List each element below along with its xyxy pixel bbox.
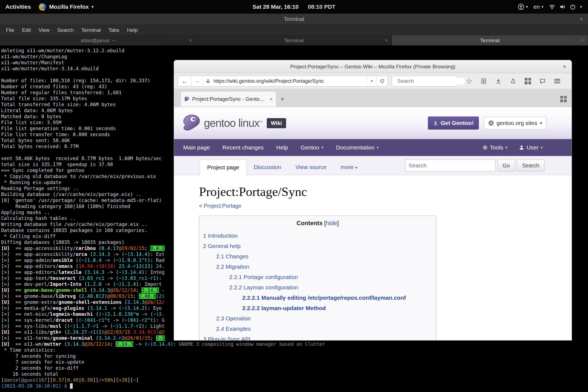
menu-help[interactable]: Help: [127, 27, 137, 33]
chat-icon[interactable]: [537, 76, 548, 87]
toc-link[interactable]: 2.2.2.1 Manually editing /etc/portage/re…: [242, 295, 406, 301]
toc-hide-link[interactable]: hide: [326, 220, 337, 226]
back-button[interactable]: ←: [178, 76, 192, 86]
bookmarks-menu-icon[interactable]: [478, 76, 489, 87]
toc-link[interactable]: 2.1 Changes: [216, 253, 249, 259]
page-title: Project:Portage/Sync: [199, 184, 572, 199]
terminal-tab-label: Terminal: [284, 38, 304, 44]
toc-item: 2.4 Examples: [199, 324, 436, 334]
gentoo-sites-button[interactable]: gentoo.org sites ▾: [484, 117, 547, 129]
apps-grid-icon[interactable]: [522, 76, 533, 87]
clock[interactable]: Sat 28 Mar, 16:10 08:10 PDT: [253, 4, 336, 10]
menu-edit[interactable]: Edit: [22, 27, 31, 33]
user-icon: [519, 145, 524, 150]
toc-item: 2.2.2 Layman configuration: [199, 282, 436, 293]
terminal-menubar: File Edit View Search Terminal Tabs Help: [0, 25, 588, 35]
terminal-line: * Time statistics:: [1, 347, 588, 353]
toc-link[interactable]: 2.3 Operation: [216, 315, 251, 321]
tab-view-source[interactable]: View source: [288, 160, 333, 175]
url-dropdown-icon[interactable]: ▾: [367, 76, 376, 86]
nav-main-page[interactable]: Main page: [183, 144, 210, 151]
firefox-tabstrip: Project:Portage/Sync - Gentoo ... × +: [174, 89, 572, 107]
chevron-down-icon: ▾: [541, 4, 544, 9]
go-button[interactable]: Go: [497, 160, 515, 171]
close-icon[interactable]: ×: [581, 37, 584, 44]
keyboard-layout-menu[interactable]: en ▾: [534, 4, 544, 10]
tab-discussion[interactable]: Discussion: [247, 160, 289, 175]
lock-icon: [203, 76, 213, 86]
firefox-icon: [39, 3, 46, 11]
nav-help[interactable]: Help: [276, 144, 288, 151]
close-icon[interactable]: ×: [563, 63, 566, 70]
nav-tools[interactable]: Tools▾: [482, 144, 508, 151]
breadcrumb: < Project:Portage: [199, 203, 572, 209]
nav-documentation[interactable]: Documentation▾: [336, 144, 379, 151]
menu-view[interactable]: View: [38, 27, 50, 33]
bookmark-star-icon[interactable]: ☆: [464, 76, 474, 87]
tab-groups-button[interactable]: [560, 91, 567, 107]
activities-button[interactable]: Activities: [5, 4, 31, 10]
tab-project-page[interactable]: Project page: [200, 160, 247, 175]
nav-recent-changes[interactable]: Recent changes: [222, 144, 264, 151]
browser-viewport: gentoo linux™ Wiki Get Gentoo! gentoo.or…: [174, 107, 572, 341]
terminal-tab-3[interactable]: Terminal ×: [392, 35, 588, 45]
gentoo-logo[interactable]: gentoo linux™: [182, 114, 262, 132]
breadcrumb-link[interactable]: Project:Portage: [204, 203, 241, 209]
tab-title: Project:Portage/Sync - Gentoo ...: [192, 96, 267, 102]
firefox-titlebar[interactable]: Project:Portage/Sync – Gentoo Wiki – Moz…: [174, 60, 572, 73]
menu-tabs[interactable]: Tabs: [108, 27, 119, 33]
search-input[interactable]: [397, 78, 465, 84]
get-gentoo-button[interactable]: Get Gentoo!: [428, 117, 479, 130]
terminal-line: (2015-03-28 16:10:01) $: [1, 383, 588, 389]
terminal-tab-label: Terminal: [480, 38, 500, 44]
toc-link[interactable]: 2.2 Migration: [216, 264, 249, 270]
menu-icon[interactable]: [552, 76, 563, 87]
close-icon[interactable]: ×: [189, 37, 192, 44]
chevron-down-icon: ▾: [506, 145, 508, 150]
nav-user[interactable]: User▾: [519, 144, 543, 151]
close-icon[interactable]: ×: [580, 16, 583, 23]
terminal-line: [daniel@guest167][0.57|0.49|0.50][/=58%]…: [1, 377, 588, 383]
menu-file[interactable]: File: [6, 27, 14, 33]
menu-terminal[interactable]: Terminal: [81, 27, 101, 33]
browser-tab[interactable]: Project:Portage/Sync - Gentoo ... ×: [180, 91, 276, 107]
share-icon[interactable]: [508, 76, 519, 87]
toc-item: 2.3 Operation: [199, 313, 436, 324]
close-icon[interactable]: ×: [270, 96, 273, 102]
system-status-menu[interactable]: ▾: [549, 4, 582, 10]
close-icon[interactable]: ×: [385, 37, 388, 44]
nav-gentoo[interactable]: Gentoo▾: [301, 144, 323, 151]
reload-button[interactable]: [376, 76, 388, 86]
terminal-tab-label: atlas@janus: ~: [81, 38, 115, 44]
forward-button[interactable]: →: [192, 76, 203, 86]
url-bar[interactable]: [213, 76, 367, 86]
chevron-down-icon: ▾: [91, 4, 94, 9]
tab-more[interactable]: more ▾: [333, 160, 364, 175]
terminal-tab-1[interactable]: atlas@janus: ~ ×: [0, 35, 196, 45]
terminal-tab-2[interactable]: Terminal ×: [196, 35, 392, 45]
toc-item: 2.2.1 Portage configuration: [199, 272, 436, 282]
firefox-window: Project:Portage/Sync – Gentoo Wiki – Moz…: [174, 60, 572, 341]
new-tab-button[interactable]: +: [276, 91, 288, 107]
gentoo-logo-text: gentoo linux™: [204, 117, 262, 129]
downloads-icon[interactable]: [493, 76, 504, 87]
app-menu[interactable]: Mozilla Firefox ▾: [39, 3, 93, 11]
toc-link[interactable]: 2.2.2.2 layman-updater Method: [242, 305, 326, 311]
accessibility-menu[interactable]: ▾: [518, 4, 528, 10]
toc-link[interactable]: 2.4 Examples: [216, 326, 251, 332]
toc-link[interactable]: 2.2.2 Layman configuration: [229, 284, 298, 290]
toc-link[interactable]: 3 Plug-in Sync API: [203, 336, 250, 341]
wiki-search-input[interactable]: [405, 160, 495, 171]
toc-item: 1 Introduction: [199, 231, 436, 241]
terminal-titlebar[interactable]: Terminal ×: [0, 14, 588, 25]
toc-link[interactable]: 2 General help: [203, 243, 241, 249]
clock-secondary: 08:10 PDT: [308, 4, 336, 10]
toc-link[interactable]: 2.2.1 Portage configuration: [229, 274, 298, 280]
firefox-window-title: Project:Portage/Sync – Gentoo Wiki – Moz…: [290, 64, 455, 70]
toc-link[interactable]: 1 Introduction: [203, 232, 238, 239]
wiki-search-button[interactable]: Search: [517, 160, 544, 171]
tab-groups-icon: [560, 96, 567, 102]
menu-search[interactable]: Search: [57, 27, 74, 33]
download-icon: [433, 121, 438, 125]
chevron-down-icon: ▾: [377, 145, 379, 150]
